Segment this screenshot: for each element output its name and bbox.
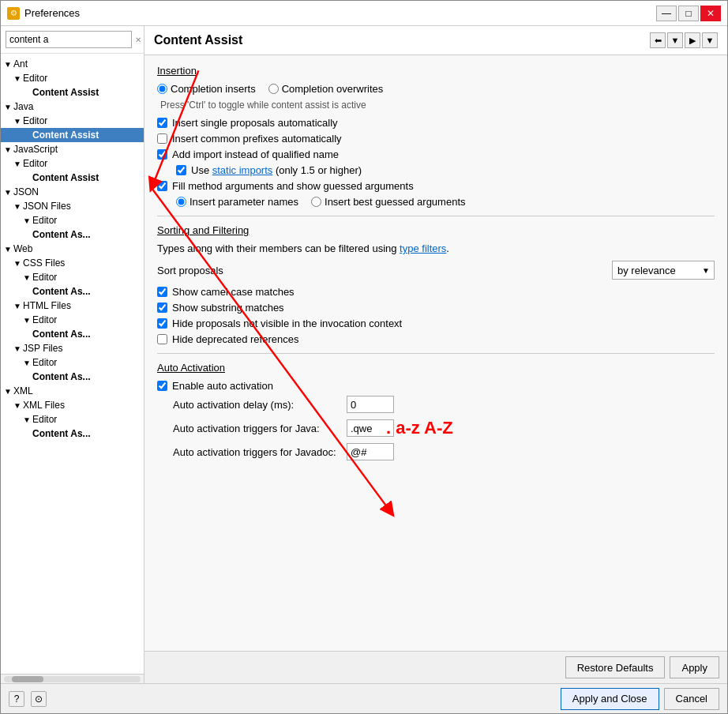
checkbox-hide-not-visible[interactable]: Hide proposals not visible in the invoca… [157, 318, 715, 329]
checkbox-fill-method[interactable]: Fill method arguments and show guessed a… [157, 180, 715, 192]
type-filters-link[interactable]: type filters [400, 242, 446, 254]
insert-best-guessed-input[interactable] [311, 197, 321, 207]
completion-overwrites-input[interactable] [268, 84, 279, 94]
arrow-icon [23, 88, 32, 97]
tree-item-ant[interactable]: ▼ Ant [1, 57, 144, 71]
tree-item-web[interactable]: ▼ Web [1, 242, 144, 256]
arrow-icon: ▼ [13, 344, 23, 353]
static-imports-link[interactable]: static imports [212, 164, 273, 176]
auto-triggers-java-input[interactable] [347, 419, 394, 437]
tree-item-xml-content-assist[interactable]: Content As... [1, 427, 144, 441]
search-clear-button[interactable]: ✕ [135, 36, 141, 44]
camel-case-checkbox[interactable] [157, 287, 167, 297]
completion-overwrites-label: Completion overwrites [282, 83, 384, 95]
tree-item-json[interactable]: ▼ JSON [1, 185, 144, 199]
sort-proposals-row: Sort proposals by relevance alphabetical… [157, 261, 715, 280]
checkbox-common-prefixes[interactable]: Insert common prefixes automatically [157, 133, 715, 145]
arrow-icon: ▼ [13, 74, 23, 83]
tree-item-xml-editor[interactable]: ▼ Editor [1, 412, 144, 427]
completion-inserts-label: Completion inserts [171, 83, 256, 95]
arrow-icon: ▼ [13, 401, 23, 410]
auto-delay-input[interactable] [347, 396, 394, 413]
search-box: ✕ [1, 26, 144, 54]
completion-inserts-radio[interactable]: Completion inserts [157, 83, 256, 95]
tree-item-label: Content As... [32, 229, 91, 240]
hide-not-visible-checkbox[interactable] [157, 318, 167, 329]
help-icon[interactable]: ? [9, 691, 24, 707]
apply-and-close-button[interactable]: Apply and Close [561, 688, 659, 710]
maximize-button[interactable]: □ [678, 6, 699, 21]
tree-item-label: Java [13, 101, 33, 112]
tree-item-json-content-assist[interactable]: Content As... [1, 227, 144, 242]
tree-item-ant-editor[interactable]: ▼ Editor [1, 71, 144, 85]
insert-param-names-radio[interactable]: Insert parameter names [176, 196, 298, 208]
cancel-button[interactable]: Cancel [664, 688, 719, 710]
tree-item-javascript[interactable]: ▼ JavaScript [1, 142, 144, 156]
tree-item-jsp-content-assist[interactable]: Content As... [1, 370, 144, 384]
tree-item-js-editor[interactable]: ▼ Editor [1, 156, 144, 171]
common-prefixes-checkbox[interactable] [157, 133, 167, 144]
insert-param-names-label: Insert parameter names [190, 196, 298, 208]
tree-item-java[interactable]: ▼ Java [1, 100, 144, 114]
enable-auto-activation-checkbox[interactable] [157, 381, 167, 391]
checkbox-static-imports[interactable]: Use static imports (only 1.5 or higher) [157, 164, 715, 176]
checkbox-substring-matches[interactable]: Show substring matches [157, 302, 715, 314]
tree-item-jsp-files[interactable]: ▼ JSP Files [1, 341, 144, 355]
back-button[interactable]: ⬅ [650, 32, 666, 48]
tree-item-java-editor[interactable]: ▼ Editor [1, 114, 144, 128]
checkbox-hide-deprecated[interactable]: Hide deprecated references [157, 333, 715, 345]
tree-item-xml[interactable]: ▼ XML [1, 384, 144, 398]
preferences-window: ⚙ Preferences — □ ✕ ✕ ▼ Ant ▼ Ed [0, 0, 728, 714]
insert-param-names-input[interactable] [176, 197, 186, 207]
tree-item-json-files[interactable]: ▼ JSON Files [1, 199, 144, 213]
checkbox-add-import[interactable]: Add import instead of qualified name [157, 148, 715, 160]
completion-overwrites-radio[interactable]: Completion overwrites [268, 83, 384, 95]
forward-button[interactable]: ▶ [685, 32, 700, 48]
tree-item-xml-files[interactable]: ▼ XML Files [1, 398, 144, 412]
tree-item-css-content-assist[interactable]: Content As... [1, 284, 144, 299]
tree-item-label: Editor [32, 414, 57, 425]
fill-method-checkbox[interactable] [157, 181, 167, 191]
arrow-icon: ▼ [23, 359, 32, 367]
dropdown-button[interactable]: ▼ [667, 32, 683, 48]
tree-item-label: Editor [32, 314, 57, 325]
auto-triggers-javadoc-input[interactable] [347, 443, 394, 460]
minimize-button[interactable]: — [656, 6, 677, 21]
tree-item-jsp-editor[interactable]: ▼ Editor [1, 355, 144, 370]
tree-item-html-editor[interactable]: ▼ Editor [1, 313, 144, 327]
checkbox-camel-case[interactable]: Show camel case matches [157, 286, 715, 298]
tree-item-css-files[interactable]: ▼ CSS Files [1, 256, 144, 270]
main-content: ✕ ▼ Ant ▼ Editor Content Assist [1, 26, 727, 683]
info-icon[interactable]: ⊙ [31, 691, 47, 707]
tree-item-label: Editor [32, 215, 57, 226]
tree-item-json-editor[interactable]: ▼ Editor [1, 213, 144, 227]
tree-item-label: Ant [13, 58, 28, 70]
insert-best-guessed-radio[interactable]: Insert best guessed arguments [311, 196, 466, 208]
hide-deprecated-checkbox[interactable] [157, 334, 167, 344]
auto-activation-section: Auto Activation Enable auto activation A… [157, 362, 715, 460]
tree-item-ant-content-assist[interactable]: Content Assist [1, 85, 144, 100]
tree-item-html-files[interactable]: ▼ HTML Files [1, 299, 144, 313]
apply-button[interactable]: Apply [670, 656, 719, 678]
add-import-checkbox[interactable] [157, 149, 167, 160]
static-imports-checkbox[interactable] [176, 165, 186, 175]
substring-matches-checkbox[interactable] [157, 303, 167, 313]
arrow-icon: ▼ [4, 387, 13, 396]
close-button[interactable]: ✕ [700, 6, 721, 21]
main-panel: Content Assist ⬅ ▼ ▶ ▼ Insertion [144, 26, 727, 683]
single-proposals-checkbox[interactable] [157, 118, 167, 128]
tree-item-java-content-assist[interactable]: Content Assist [1, 128, 144, 142]
tree-item-css-editor[interactable]: ▼ Editor [1, 270, 144, 284]
search-input[interactable] [6, 31, 132, 48]
tree-item-label: Editor [23, 73, 47, 84]
checkbox-single-proposals[interactable]: Insert single proposals automatically [157, 117, 715, 129]
tree-item-js-content-assist[interactable]: Content Assist [1, 171, 144, 185]
restore-defaults-button[interactable]: Restore Defaults [565, 656, 666, 678]
checkbox-enable-auto-activation[interactable]: Enable auto activation [157, 380, 715, 392]
scrollbar-thumb [12, 676, 43, 682]
completion-inserts-input[interactable] [157, 84, 167, 94]
sort-dropdown[interactable]: by relevance alphabetically [612, 261, 715, 280]
tree-item-html-content-assist[interactable]: Content As... [1, 327, 144, 341]
more-button[interactable]: ▼ [702, 32, 718, 48]
substring-matches-label: Show substring matches [172, 302, 284, 314]
